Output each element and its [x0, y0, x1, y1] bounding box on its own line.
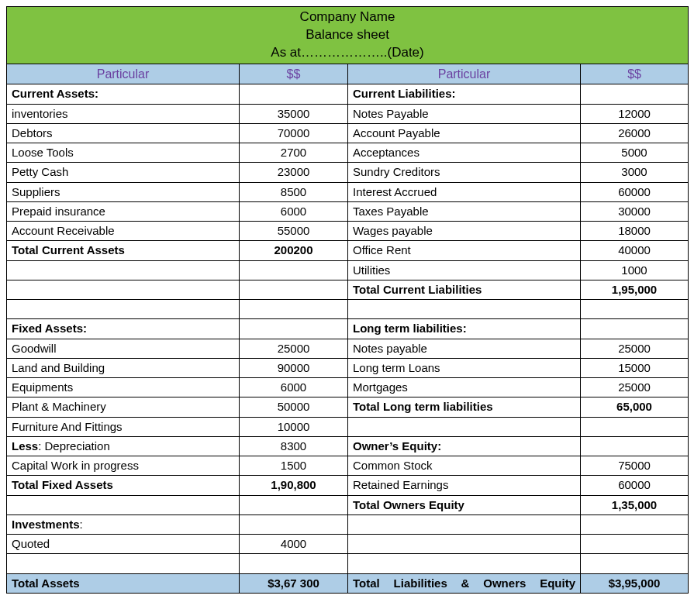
ca-value: 23000	[240, 163, 348, 182]
current-assets-header: Current Assets:	[7, 84, 240, 104]
cl-value: 60000	[581, 182, 689, 201]
long-term-liabilities-header: Long term liabilities:	[348, 319, 581, 339]
cell	[348, 300, 581, 319]
cell	[7, 495, 240, 514]
cl-label: Acceptances	[348, 143, 581, 163]
fixed-assets-header: Fixed Assets:	[7, 319, 240, 339]
cl-label: Account Payable	[348, 123, 581, 143]
inv-value: 4000	[240, 535, 348, 554]
less-depreciation-label: Less: Depreciation	[7, 436, 240, 456]
cell	[581, 300, 689, 319]
cell	[581, 319, 689, 339]
cell	[348, 514, 581, 534]
company-name: Company Name	[12, 9, 683, 26]
cell	[240, 514, 348, 534]
ca-value: 55000	[240, 222, 348, 241]
cell	[240, 300, 348, 319]
cell	[240, 554, 348, 573]
cl-value: 3000	[581, 163, 689, 182]
fa-value: 6000	[240, 378, 348, 397]
total-assets-label: Total Assets	[7, 573, 240, 593]
oe-value: 75000	[581, 456, 689, 476]
current-liabilities-header: Current Liabilities:	[348, 84, 581, 104]
balance-sheet-table: Company Name Balance sheet As at………………..…	[6, 6, 689, 594]
sheet-title: Balance sheet	[12, 26, 683, 44]
cell	[581, 436, 689, 456]
owners-equity-header: Owner’s Equity:	[348, 436, 581, 456]
ca-value: 70000	[240, 123, 348, 143]
ca-value: 6000	[240, 201, 348, 221]
lt-value: 25000	[581, 339, 689, 358]
cell	[581, 84, 689, 104]
total-long-term-liabilities-value: 65,000	[581, 397, 689, 417]
cl-label: Office Rent	[348, 241, 581, 260]
cell	[240, 84, 348, 104]
inv-label: Quoted	[7, 535, 240, 554]
cl-label: Notes Payable	[348, 104, 581, 123]
lt-label: Notes payable	[348, 339, 581, 358]
cl-label: Utilities	[348, 260, 581, 280]
col-particular-right: Particular	[348, 64, 581, 84]
oe-label: Retained Earnings	[348, 476, 581, 495]
cell	[348, 554, 581, 573]
capital-wip-label: Capital Work in progress	[7, 456, 240, 476]
cl-value: 18000	[581, 222, 689, 241]
cell	[581, 554, 689, 573]
cell	[7, 280, 240, 299]
cell	[240, 319, 348, 339]
cl-label: Taxes Payable	[348, 201, 581, 221]
oe-label: Common Stock	[348, 456, 581, 476]
ca-label: inventories	[7, 104, 240, 123]
ca-label: Petty Cash	[7, 163, 240, 182]
ca-label: Loose Tools	[7, 143, 240, 163]
fa-label: Equipments	[7, 378, 240, 397]
cell	[348, 417, 581, 436]
cl-label: Sundry Creditors	[348, 163, 581, 182]
fa-label: Furniture And Fittings	[7, 417, 240, 436]
cell	[240, 260, 348, 280]
total-current-assets-label: Total Current Assets	[7, 241, 240, 260]
total-liab-equity-label: Total Liabilities & Owners Equity	[348, 573, 581, 593]
cl-value: 26000	[581, 123, 689, 143]
cell	[7, 300, 240, 319]
oe-value: 60000	[581, 476, 689, 495]
ca-value: 35000	[240, 104, 348, 123]
cl-value: 5000	[581, 143, 689, 163]
capital-wip-value: 1500	[240, 456, 348, 476]
total-owners-equity-value: 1,35,000	[581, 495, 689, 514]
total-fixed-assets-value: 1,90,800	[240, 476, 348, 495]
fa-value: 90000	[240, 358, 348, 377]
fa-label: Land and Building	[7, 358, 240, 377]
total-current-assets-value: 200200	[240, 241, 348, 260]
total-fixed-assets-label: Total Fixed Assets	[7, 476, 240, 495]
col-amount-left: $$	[240, 64, 348, 84]
lt-value: 25000	[581, 378, 689, 397]
ca-label: Debtors	[7, 123, 240, 143]
fa-value: 10000	[240, 417, 348, 436]
total-long-term-liabilities-label: Total Long term liabilities	[348, 397, 581, 417]
cell	[240, 280, 348, 299]
cell	[348, 535, 581, 554]
cell	[581, 514, 689, 534]
cl-value: 40000	[581, 241, 689, 260]
col-particular-left: Particular	[7, 64, 240, 84]
total-assets-value: $3,67 300	[240, 573, 348, 593]
cl-value: 12000	[581, 104, 689, 123]
ca-label: Prepaid insurance	[7, 201, 240, 221]
total-current-liabilities-value: 1,95,000	[581, 280, 689, 299]
investments-header: Investments:	[7, 514, 240, 534]
fa-value: 50000	[240, 397, 348, 417]
ca-value: 2700	[240, 143, 348, 163]
ca-label: Suppliers	[7, 182, 240, 201]
cell	[7, 554, 240, 573]
lt-label: Long term Loans	[348, 358, 581, 377]
cl-label: Wages payable	[348, 222, 581, 241]
sheet-header: Company Name Balance sheet As at………………..…	[7, 7, 689, 64]
col-amount-right: $$	[581, 64, 689, 84]
fa-label: Goodwill	[7, 339, 240, 358]
fa-label: Plant & Machinery	[7, 397, 240, 417]
cell	[7, 260, 240, 280]
as-at-line: As at………………..(Date)	[12, 44, 683, 62]
ca-label: Account Receivable	[7, 222, 240, 241]
cl-value: 1000	[581, 260, 689, 280]
